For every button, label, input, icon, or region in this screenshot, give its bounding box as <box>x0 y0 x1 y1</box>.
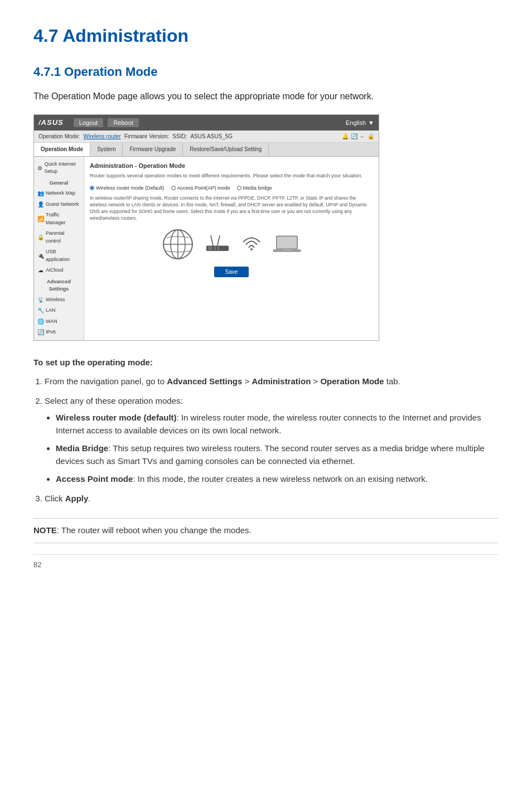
statusbar-icons: 🔔 🔄 ← 🔒 <box>342 132 374 141</box>
radio-wireless-router[interactable]: Wireless router mode (Default) <box>90 185 165 192</box>
svg-point-10 <box>250 248 253 250</box>
radio-dot-media <box>237 186 241 190</box>
network-map-icon: 👥 <box>37 190 44 197</box>
ssid-label: SSID: <box>172 132 187 141</box>
aicloud-icon: ☁ <box>37 267 44 274</box>
tab-firmware-upgrade[interactable]: Firmware Upgrade <box>123 143 183 156</box>
mode-value: Wireless router <box>84 132 121 141</box>
sidebar-section-general: General <box>34 177 84 189</box>
svg-line-9 <box>217 235 220 245</box>
back-icon: ← <box>360 132 365 141</box>
sidebar-item-traffic-manager[interactable]: 📶 Traffic Manager <box>34 210 84 228</box>
section-title: 4.7.1 Operation Mode <box>33 62 499 81</box>
guest-network-icon: 👤 <box>37 201 44 207</box>
router-ui-screenshot: /ASUS Logout Reboot English ▼ Operation … <box>33 114 379 341</box>
svg-rect-6 <box>214 247 215 250</box>
note-label: NOTE <box>33 525 57 535</box>
radio-access-point[interactable]: Access Point(AP) mode <box>171 185 230 192</box>
router-section-title: Administration - Operation Mode <box>90 161 373 171</box>
step-3: Click Apply. <box>45 492 499 505</box>
save-button[interactable]: Save <box>214 267 249 277</box>
laptop-icon <box>272 233 302 255</box>
router-diagram <box>90 228 373 261</box>
router-body: ⚙ Quick Internet Setup General 👥 Network… <box>34 157 379 340</box>
sidebar-item-parental-control[interactable]: 🔒 Parental control <box>34 228 84 247</box>
wifi-waves-icon <box>240 231 263 258</box>
router-tabs: Operation Mode System Firmware Upgrade R… <box>34 143 379 157</box>
mode-label: Operation Mode: <box>38 132 80 141</box>
svg-line-8 <box>211 235 213 245</box>
radio-dot-wireless <box>90 186 94 190</box>
mode-description: In wireless router/IP sharing mode, Rout… <box>90 195 373 222</box>
lan-icon: 🔧 <box>37 307 44 314</box>
svg-rect-12 <box>277 236 297 248</box>
traffic-manager-icon: 📶 <box>37 216 44 223</box>
router-statusbar: Operation Mode: Wireless router Firmware… <box>34 131 379 143</box>
sidebar-item-ipv6[interactable]: 🔄 IPv6 <box>34 327 84 338</box>
router-topbar: /ASUS Logout Reboot English ▼ <box>34 115 379 131</box>
bullet-wireless-router: Wireless router mode (default): In wirel… <box>56 412 499 437</box>
wireless-icon: 📡 <box>37 296 44 303</box>
sidebar-item-wan[interactable]: 🌐 WAN <box>34 316 84 327</box>
radio-dot-ap <box>171 186 176 190</box>
sidebar-item-quick-internet[interactable]: ⚙ Quick Internet Setup <box>34 159 84 177</box>
lock-icon: 🔒 <box>367 132 374 141</box>
sidebar-item-guest-network[interactable]: 👤 Guest Network <box>34 199 84 210</box>
router-device-icon <box>204 233 231 255</box>
sidebar-item-aicloud[interactable]: ☁ AiCloud <box>34 265 84 276</box>
instructions-heading: To set up the operating mode: <box>33 356 499 369</box>
usb-icon: 🔌 <box>37 253 44 259</box>
tab-restore-save[interactable]: Restore/Save/Upload Setting <box>183 143 269 156</box>
globe-icon <box>161 228 195 261</box>
page-container: 4.7 Administration 4.7.1 Operation Mode … <box>0 0 532 592</box>
router-main-content: Administration - Operation Mode Router s… <box>84 157 379 340</box>
bullet-list: Wireless router mode (default): In wirel… <box>56 412 499 486</box>
svg-rect-7 <box>217 247 219 250</box>
reboot-button[interactable]: Reboot <box>108 118 138 127</box>
bullet-media-bridge: Media Bridge: This setup requires two wi… <box>56 442 499 467</box>
note-box: NOTE: The router will reboot when you ch… <box>33 518 499 543</box>
main-title: 4.7 Administration <box>33 22 499 49</box>
tab-operation-mode[interactable]: Operation Mode <box>34 143 90 156</box>
svg-rect-14 <box>282 249 292 250</box>
step-1: From the navigation panel, go to Advance… <box>45 375 499 388</box>
radio-group-mode: Wireless router mode (Default) Access Po… <box>90 185 373 192</box>
asus-logo: /ASUS <box>38 117 64 128</box>
tab-system[interactable]: System <box>90 143 123 156</box>
sidebar-item-network-map[interactable]: 👥 Network Map <box>34 188 84 199</box>
steps-list: From the navigation panel, go to Advance… <box>45 375 499 505</box>
bell-icon: 🔔 <box>342 132 349 141</box>
sidebar-item-lan[interactable]: 🔧 LAN <box>34 305 84 316</box>
wan-icon: 🌐 <box>37 318 44 325</box>
step-2: Select any of these operation modes: Wir… <box>45 395 499 486</box>
ipv6-icon: 🔄 <box>37 329 44 336</box>
intro-text: The Operation Mode page allows you to se… <box>33 90 499 103</box>
page-number: 82 <box>33 554 499 571</box>
firmware-label: Firmware Version: <box>124 132 170 141</box>
router-sidebar: ⚙ Quick Internet Setup General 👥 Network… <box>34 157 84 340</box>
bullet-access-point: Access Point mode: In this mode, the rou… <box>56 473 499 486</box>
sidebar-item-wireless[interactable]: 📡 Wireless <box>34 294 84 306</box>
ssid-value: ASUS ASUS_5G <box>190 132 233 141</box>
quick-internet-icon: ⚙ <box>37 165 42 171</box>
logout-button[interactable]: Logout <box>74 118 104 127</box>
radio-media-bridge[interactable]: Media bridge <box>237 185 272 192</box>
svg-rect-5 <box>207 247 212 250</box>
language-selector[interactable]: English ▼ <box>346 118 374 128</box>
refresh-icon: 🔄 <box>351 132 357 141</box>
note-text: : The router will reboot when you change… <box>57 525 252 535</box>
sidebar-section-advanced: Advanced Settings <box>34 276 84 294</box>
sidebar-item-usb-application[interactable]: 🔌 USB application <box>34 247 84 265</box>
instructions-section: To set up the operating mode: From the n… <box>33 356 499 543</box>
router-section-desc: Router supports several operation modes … <box>90 172 373 180</box>
parental-control-icon: 🔒 <box>37 234 44 241</box>
chevron-down-icon: ▼ <box>368 118 374 128</box>
